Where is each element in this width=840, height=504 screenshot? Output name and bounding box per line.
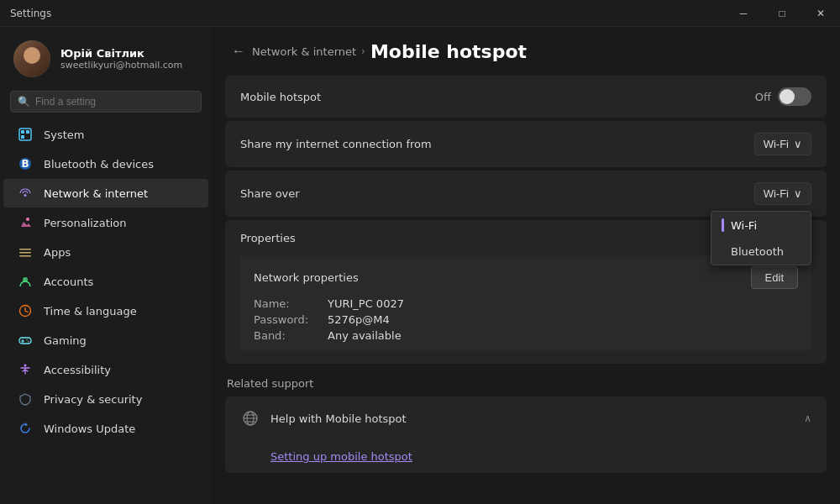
- network-properties-panel: Network properties Edit Name: YURI_PC 00…: [240, 256, 811, 350]
- toggle-state-label: Off: [755, 91, 771, 103]
- sidebar-label-time: Time & language: [44, 305, 137, 318]
- breadcrumb: Network & internet › Mobile hotspot: [252, 41, 527, 62]
- mobile-hotspot-row: Mobile hotspot Off: [225, 76, 827, 118]
- user-info: Юрій Світлик sweetlikyuri@hotmail.com: [60, 47, 202, 71]
- sidebar-item-update[interactable]: Windows Update: [3, 414, 208, 443]
- globe-icon: [240, 408, 260, 428]
- search-box[interactable]: 🔍: [10, 91, 202, 113]
- user-profile[interactable]: Юрій Світлик sweetlikyuri@hotmail.com: [0, 27, 212, 87]
- breadcrumb-row: ← Network & internet › Mobile hotspot: [232, 40, 820, 62]
- back-button[interactable]: ←: [232, 40, 252, 62]
- selected-indicator: [722, 218, 724, 232]
- share-over-value: Wi-Fi: [764, 187, 789, 200]
- breadcrumb-current: Mobile hotspot: [370, 41, 527, 62]
- prop-password-value: 5276p@M4: [328, 313, 390, 326]
- sidebar-item-privacy[interactable]: Privacy & security: [3, 385, 208, 413]
- sidebar-label-privacy: Privacy & security: [44, 393, 142, 406]
- gaming-icon: [17, 332, 34, 349]
- prop-password-key: Password:: [254, 313, 321, 326]
- sidebar-item-personalization[interactable]: Personalization: [3, 208, 208, 237]
- prop-band-key: Band:: [254, 329, 321, 342]
- accessibility-icon: [17, 361, 34, 378]
- sidebar-item-time[interactable]: Time & language: [3, 297, 208, 325]
- avatar: [13, 40, 50, 77]
- breadcrumb-arrow: ›: [361, 45, 365, 57]
- share-connection-value: Wi-Fi: [764, 138, 789, 150]
- prop-band-value: Any available: [328, 329, 402, 342]
- sidebar-item-bluetooth[interactable]: B Bluetooth & devices: [3, 150, 208, 178]
- dropdown-option-wifi[interactable]: Wi-Fi: [711, 212, 811, 239]
- edit-button[interactable]: Edit: [751, 266, 798, 289]
- prop-password: Password: 5276p@M4: [240, 312, 811, 328]
- sidebar-label-network: Network & internet: [44, 187, 148, 200]
- update-icon: [17, 420, 34, 437]
- mobile-hotspot-card: Mobile hotspot Off: [225, 76, 827, 118]
- share-connection-dropdown[interactable]: Wi-Fi ∨: [754, 133, 811, 155]
- search-input[interactable]: [35, 96, 194, 108]
- toggle-knob: [780, 89, 795, 104]
- svg-point-7: [26, 218, 29, 221]
- svg-point-14: [26, 339, 27, 340]
- properties-label: Properties: [240, 232, 296, 244]
- sidebar-label-accounts: Accounts: [44, 276, 93, 288]
- sidebar-item-accessibility[interactable]: Accessibility: [3, 355, 208, 384]
- svg-rect-9: [19, 252, 31, 254]
- related-support-label: Related support: [225, 377, 827, 390]
- maximize-button[interactable]: □: [763, 0, 801, 27]
- search-icon: 🔍: [18, 96, 30, 108]
- share-over-dropdown[interactable]: Wi-Fi ∨: [754, 182, 811, 205]
- prop-name: Name: YURI_PC 0027: [240, 296, 811, 312]
- titlebar: Settings ─ □ ✕: [0, 0, 840, 27]
- svg-point-6: [24, 194, 27, 197]
- share-connection-card: Share my internet connection from Wi-Fi …: [225, 121, 827, 167]
- svg-point-16: [24, 365, 27, 367]
- sidebar-item-network[interactable]: Network & internet: [3, 179, 208, 207]
- sidebar-item-gaming[interactable]: Gaming: [3, 326, 208, 354]
- mobile-hotspot-toggle[interactable]: [778, 87, 811, 106]
- close-button[interactable]: ✕: [801, 0, 840, 27]
- app-title: Settings: [10, 8, 51, 19]
- help-link[interactable]: Setting up mobile hotspot: [225, 440, 827, 473]
- share-connection-row: Share my internet connection from Wi-Fi …: [225, 121, 827, 167]
- user-name: Юрій Світлик: [60, 47, 202, 60]
- sidebar-label-bluetooth: Bluetooth & devices: [44, 158, 154, 171]
- share-over-dropdown-menu: Wi-Fi Bluetooth: [711, 211, 811, 265]
- minimize-button[interactable]: ─: [724, 0, 763, 27]
- sidebar-label-update: Windows Update: [44, 423, 135, 435]
- sidebar-item-system[interactable]: System: [3, 120, 208, 149]
- help-item-label: Help with Mobile hotspot: [270, 412, 407, 425]
- prop-name-value: YURI_PC 0027: [328, 297, 404, 310]
- svg-point-15: [28, 341, 29, 342]
- related-support-section: Related support Help with Mobile hotspot…: [212, 367, 840, 476]
- share-over-row: Share over Wi-Fi ∨: [225, 171, 827, 217]
- bluetooth-icon: B: [17, 155, 34, 172]
- share-over-label: Share over: [240, 187, 300, 200]
- privacy-icon: [17, 391, 34, 407]
- help-row: Help with Mobile hotspot ∧: [225, 396, 827, 440]
- accounts-icon: [17, 273, 34, 290]
- content-header: ← Network & internet › Mobile hotspot: [212, 27, 840, 76]
- sidebar-label-system: System: [44, 129, 84, 141]
- svg-rect-2: [26, 130, 29, 134]
- network-icon: [17, 185, 34, 202]
- svg-rect-3: [21, 135, 24, 139]
- network-properties-title-row: Network properties Edit: [240, 263, 811, 296]
- svg-rect-13: [19, 338, 31, 344]
- sidebar-label-apps: Apps: [44, 246, 71, 259]
- time-icon: [17, 302, 34, 319]
- system-icon: [17, 126, 34, 143]
- mobile-hotspot-label: Mobile hotspot: [240, 91, 321, 103]
- help-chevron-icon[interactable]: ∧: [804, 412, 811, 424]
- sidebar-item-accounts[interactable]: Accounts: [3, 267, 208, 296]
- svg-rect-0: [19, 129, 31, 140]
- breadcrumb-parent[interactable]: Network & internet: [252, 45, 356, 58]
- sidebar-item-apps[interactable]: Apps: [3, 238, 208, 266]
- user-email: sweetlikyuri@hotmail.com: [60, 60, 202, 71]
- prop-name-key: Name:: [254, 297, 321, 310]
- dropdown-option-bluetooth[interactable]: Bluetooth: [711, 239, 811, 265]
- bluetooth-option-label: Bluetooth: [731, 245, 784, 258]
- nav: System B Bluetooth & devices Network & i…: [0, 119, 212, 444]
- app-container: Юрій Світлик sweetlikyuri@hotmail.com 🔍 …: [0, 27, 840, 504]
- prop-band: Band: Any available: [240, 328, 811, 344]
- wifi-option-label: Wi-Fi: [731, 219, 757, 232]
